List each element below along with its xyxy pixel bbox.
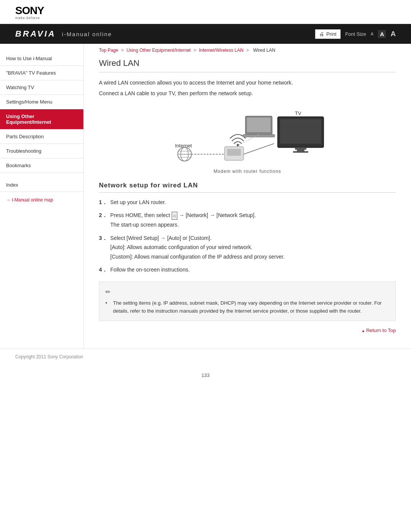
breadcrumb-using-other[interactable]: Using Other Equipment/Internet xyxy=(126,48,191,53)
font-size-medium-button[interactable]: A xyxy=(378,30,386,38)
network-diagram: Internet xyxy=(99,105,396,174)
step-1-num: 1． xyxy=(99,198,107,206)
sidebar-item-using-other[interactable]: Using Other Equipment/Internet xyxy=(0,109,83,129)
return-to-top: Return to Top xyxy=(99,321,396,337)
content-area: Top Page > Using Other Equipment/Interne… xyxy=(84,44,411,348)
note-text: The setting items (e.g. IP address, subn… xyxy=(113,299,389,315)
breadcrumb-top-page[interactable]: Top Page xyxy=(99,48,118,53)
step-2-num: 2． xyxy=(99,211,107,229)
diagram-caption: Modem with router functions xyxy=(213,169,281,174)
breadcrumb-current: Wired LAN xyxy=(253,48,275,53)
font-size-small-button[interactable]: A xyxy=(371,32,373,36)
home-icon: ⌂ xyxy=(172,212,177,220)
copyright-text: Copyright 2011 Sony Corporation xyxy=(15,354,83,359)
svg-rect-14 xyxy=(280,119,321,144)
svg-rect-12 xyxy=(243,134,275,137)
diagram-svg: Internet xyxy=(160,105,335,166)
nav-bar-left: BRAVIA i-Manual online xyxy=(15,29,112,39)
top-header: SONY make.believe xyxy=(0,0,411,24)
step-3-text: Select [Wired Setup] → [Auto] or [Custom… xyxy=(110,235,212,241)
note-bullet: • The setting items (e.g. IP address, su… xyxy=(105,299,389,315)
sidebar-index-list: Index xyxy=(0,178,83,192)
nav-bar: BRAVIA i-Manual online 🖨 Print Font Size… xyxy=(0,24,411,44)
step-1: 1． Set up your LAN router. xyxy=(99,198,396,206)
sidebar-item-watching-tv[interactable]: Watching TV xyxy=(0,80,83,95)
manual-map-link[interactable]: → i-Manual online map xyxy=(6,197,53,203)
bravia-logo: BRAVIA xyxy=(15,29,56,39)
note-icon: ✏ xyxy=(105,287,389,297)
return-to-top-link[interactable]: Return to Top xyxy=(362,328,396,333)
note-bullet-dot: • xyxy=(105,299,110,315)
print-icon: 🖨 xyxy=(319,31,324,37)
breadcrumb-sep1: > xyxy=(121,48,124,53)
step-4: 4． Follow the on-screen instructions. xyxy=(99,265,396,274)
main-layout: How to Use i-Manual "BRAVIA" TV Features… xyxy=(0,44,411,348)
sidebar-item-troubleshooting[interactable]: Troubleshooting xyxy=(0,144,83,158)
breadcrumb: Top Page > Using Other Equipment/Interne… xyxy=(99,44,396,58)
intro-text-1: A wired LAN connection allows you to acc… xyxy=(99,78,396,87)
step-4-num: 4． xyxy=(99,265,107,274)
sidebar-item-how-to-use[interactable]: How to Use i-Manual xyxy=(0,51,83,66)
steps-list: 1． Set up your LAN router. 2． Press HOME… xyxy=(99,198,396,274)
svg-rect-7 xyxy=(227,149,241,156)
font-size-large-button[interactable]: A xyxy=(390,30,396,38)
print-button[interactable]: 🖨 Print xyxy=(315,29,341,39)
step-4-text: Follow the on-screen instructions. xyxy=(110,267,190,273)
intro-text-2: Connect a LAN cable to your TV, then per… xyxy=(99,89,396,97)
step-2-sub: The start-up screen appears. xyxy=(110,220,396,229)
sidebar-item-settings-home[interactable]: Settings/Home Menu xyxy=(0,95,83,109)
nav-title: i-Manual online xyxy=(62,31,112,37)
sidebar-item-index[interactable]: Index xyxy=(0,178,83,192)
step-3-sub-1: [Auto]: Allows automatic configuration o… xyxy=(110,243,396,251)
svg-point-8 xyxy=(237,144,239,146)
step-1-content: Set up your LAN router. xyxy=(110,198,396,206)
note-box: ✏ • The setting items (e.g. IP address, … xyxy=(99,281,396,321)
sidebar-item-bravia-features[interactable]: "BRAVIA" TV Features xyxy=(0,66,83,80)
svg-line-9 xyxy=(244,144,274,154)
svg-rect-17 xyxy=(293,151,308,153)
sidebar-item-bookmarks[interactable]: Bookmarks xyxy=(0,158,83,173)
breadcrumb-internet-wireless[interactable]: Internet/Wireless LAN xyxy=(199,48,244,53)
page-number: 133 xyxy=(0,365,411,382)
sidebar-nav: How to Use i-Manual "BRAVIA" TV Features… xyxy=(0,51,83,173)
step-4-content: Follow the on-screen instructions. xyxy=(110,265,396,274)
sony-logo: SONY make.believe xyxy=(15,5,396,20)
sony-wordmark: SONY xyxy=(15,5,44,16)
step-3-sub-2: [Custom]: Allows manual configuration of… xyxy=(110,252,396,261)
font-size-label: Font Size xyxy=(345,31,366,37)
svg-rect-16 xyxy=(297,150,304,151)
breadcrumb-sep3: > xyxy=(246,48,249,53)
nav-bar-right: 🖨 Print Font Size A A A xyxy=(315,29,396,39)
tv-label: TV xyxy=(295,110,301,116)
sony-tagline: make.believe xyxy=(15,16,40,20)
step-3-content: Select [Wired Setup] → [Auto] or [Custom… xyxy=(110,234,396,261)
page-title: Wired LAN xyxy=(99,58,396,72)
breadcrumb-sep2: > xyxy=(194,48,196,53)
step-2: 2． Press HOME, then select ⌂ → [Network]… xyxy=(99,211,396,229)
sidebar-map-link[interactable]: → i-Manual online map xyxy=(0,192,83,203)
step-3-num: 3． xyxy=(99,234,107,261)
sidebar-item-parts-description[interactable]: Parts Description xyxy=(0,129,83,144)
svg-rect-15 xyxy=(295,147,306,150)
step-2-text: Press HOME, then select ⌂ → [Network] → … xyxy=(110,212,256,218)
step-1-text: Set up your LAN router. xyxy=(110,199,166,205)
footer: Copyright 2011 Sony Corporation xyxy=(0,348,411,365)
sidebar: How to Use i-Manual "BRAVIA" TV Features… xyxy=(0,44,84,348)
print-label: Print xyxy=(326,31,336,37)
section-heading: Network setup for wired LAN xyxy=(99,182,396,193)
step-2-content: Press HOME, then select ⌂ → [Network] → … xyxy=(110,211,396,229)
svg-rect-11 xyxy=(247,118,271,132)
step-3: 3． Select [Wired Setup] → [Auto] or [Cus… xyxy=(99,234,396,261)
